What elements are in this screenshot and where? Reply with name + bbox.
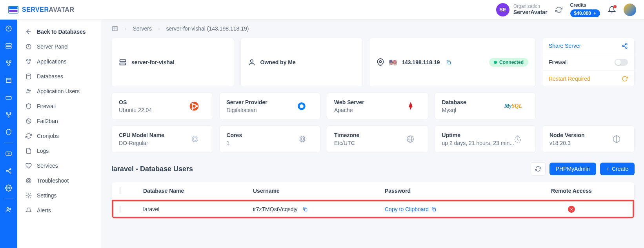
app-header: SERVERAVATAR SE Organization ServerAvata…	[0, 0, 644, 20]
copy-ip-icon[interactable]	[446, 60, 451, 65]
sidebar-label: Application Users	[37, 88, 80, 94]
svg-point-8	[8, 64, 10, 66]
sidebar-app-users[interactable]: Application Users	[17, 84, 102, 99]
back-to-databases[interactable]: Back to Databases	[17, 24, 102, 39]
rail-apps-icon[interactable]	[5, 60, 12, 67]
sidebar-label: Server Panel	[37, 43, 69, 50]
svg-line-47	[624, 44, 626, 45]
svg-point-13	[10, 112, 11, 114]
row-checkbox[interactable]	[120, 206, 120, 213]
copy-password-link[interactable]: Copy to Clipboard	[385, 206, 517, 212]
logo[interactable]: SERVERAVATAR	[8, 4, 74, 15]
svg-point-18	[10, 168, 11, 170]
server-name-card: server-for-vishal	[111, 38, 234, 87]
select-all-checkbox[interactable]	[120, 187, 120, 194]
svg-rect-1	[9, 10, 18, 12]
notifications-icon[interactable]	[608, 6, 616, 14]
ban-icon	[25, 118, 32, 125]
gear-icon	[25, 192, 32, 199]
rail-team-icon[interactable]	[5, 206, 12, 213]
uptime-icon	[513, 135, 522, 143]
svg-rect-54	[298, 107, 300, 108]
sidebar-troubleshoot[interactable]: Troubleshoot	[17, 173, 102, 188]
svg-point-14	[8, 116, 9, 117]
firewall-toggle[interactable]	[615, 59, 628, 66]
restart-row[interactable]: Restart Required	[542, 71, 634, 87]
server-name: server-for-vishal	[131, 59, 175, 65]
os-card: OSUbuntu 22.04	[111, 92, 213, 120]
svg-point-45	[626, 47, 627, 49]
refresh-icon[interactable]	[555, 6, 562, 13]
sidebar-label: Services	[37, 163, 58, 169]
sidebar-settings[interactable]: Settings	[17, 188, 102, 203]
rail-integrations-icon[interactable]	[5, 167, 12, 174]
list-icon[interactable]	[111, 25, 118, 32]
sidebar-label: Alerts	[37, 207, 51, 214]
svg-rect-66	[301, 138, 304, 140]
create-button[interactable]: +Create	[600, 163, 635, 175]
breadcrumb-servers[interactable]: Servers	[133, 25, 152, 32]
sidebar-server-panel[interactable]: Server Panel	[17, 39, 102, 54]
th-db-name: Database Name	[143, 188, 253, 194]
svg-rect-56	[194, 138, 196, 140]
sidebar-label: Settings	[37, 192, 57, 199]
rail-dashboard-icon[interactable]	[5, 25, 12, 32]
rail-db-icon[interactable]	[5, 77, 12, 84]
svg-point-17	[6, 170, 7, 172]
sidebar-databases[interactable]: Databases	[17, 69, 102, 84]
lifebuoy-icon	[25, 177, 32, 184]
svg-point-40	[250, 60, 253, 62]
sidebar-alerts[interactable]: Alerts	[17, 203, 102, 218]
webserver-card: Web ServerApache	[327, 92, 428, 120]
user-avatar[interactable]	[624, 4, 636, 16]
rail-shield-icon[interactable]	[5, 129, 12, 136]
svg-point-41	[380, 61, 382, 63]
remote-access-disabled-icon[interactable]: ✕	[568, 206, 575, 213]
rail-settings-icon[interactable]	[5, 185, 12, 192]
sidebar-label: Firewall	[37, 103, 56, 109]
bell-icon	[25, 207, 32, 214]
svg-point-22	[9, 208, 11, 210]
sidebar-fail2ban[interactable]: Fail2ban	[17, 114, 102, 129]
refresh-table-button[interactable]	[531, 162, 546, 176]
svg-point-33	[27, 179, 29, 181]
svg-point-19	[10, 172, 11, 173]
svg-point-44	[622, 45, 624, 47]
credits-badge[interactable]: $40.000+	[570, 9, 600, 17]
ip-card: 🇺🇸 143.198.118.19 Connected	[369, 38, 536, 87]
sidebar-firewall[interactable]: Firewall	[17, 99, 102, 114]
svg-line-31	[27, 119, 30, 123]
copy-username-icon[interactable]	[302, 206, 308, 212]
svg-point-6	[6, 61, 8, 63]
owned-card: Owned by Me	[240, 38, 363, 87]
sidebar-services[interactable]: Services	[17, 158, 102, 173]
heart-icon	[25, 162, 32, 169]
row-db-name: laravel	[143, 206, 253, 212]
cores-icon	[298, 135, 307, 143]
logo-text: SERVERAVATAR	[22, 6, 74, 13]
back-label: Back to Databases	[37, 29, 86, 35]
apache-icon	[407, 101, 415, 111]
users-icon	[25, 88, 32, 95]
rail-storage-icon[interactable]	[5, 94, 12, 101]
th-username: Username	[253, 188, 385, 194]
sidebar-logs[interactable]: Logs	[17, 143, 102, 158]
svg-point-34	[28, 195, 29, 196]
table-row: laravel ir7zTMQstVcqsdjy Copy to Clipboa…	[112, 200, 634, 218]
org-switcher[interactable]: SE Organization ServerAvatar	[496, 3, 548, 16]
sidebar-cronjobs[interactable]: Cronjobs	[17, 129, 102, 143]
database-icon	[25, 73, 32, 80]
svg-rect-5	[6, 47, 11, 49]
sidebar-applications[interactable]: Applications	[17, 54, 102, 69]
svg-rect-39	[120, 63, 126, 65]
row-username: ir7zTMQstVcqsdjy	[253, 206, 298, 212]
phpmyadmin-button[interactable]: PHPMyAdmin	[549, 163, 596, 175]
svg-point-32	[26, 178, 31, 183]
uptime-card: Uptimeup 2 days, 21 hours, 23 min...	[435, 125, 536, 153]
rail-network-icon[interactable]	[5, 111, 12, 118]
rail-servers-icon[interactable]	[5, 42, 12, 49]
side-actions-card: Share Server Firewall Restart Required	[542, 38, 635, 87]
share-server-row[interactable]: Share Server	[542, 38, 634, 54]
server-icon	[119, 58, 127, 66]
rail-billing-icon[interactable]	[5, 150, 12, 157]
